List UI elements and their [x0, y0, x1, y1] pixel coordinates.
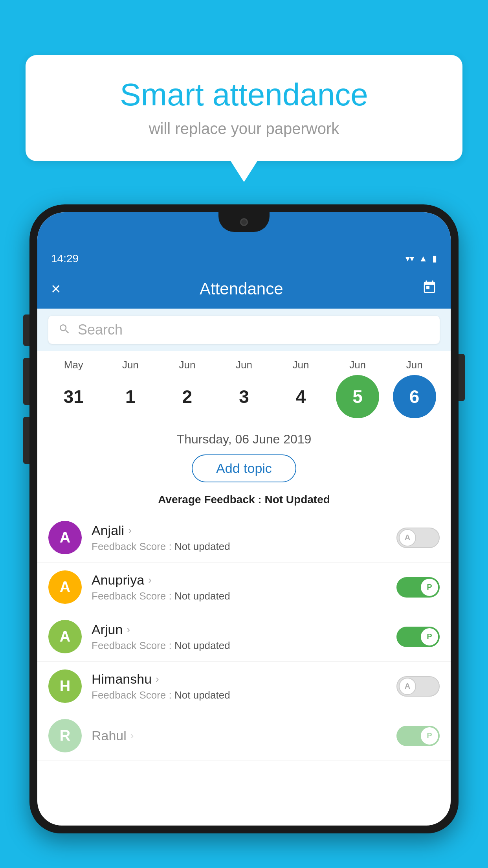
toggle-on[interactable]: P — [396, 627, 440, 647]
average-feedback: Average Feedback : Not Updated — [37, 490, 451, 513]
cal-date-6[interactable]: 6 — [393, 375, 436, 418]
date-label: Thursday, 06 June 2019 — [37, 424, 451, 451]
search-input-placeholder: Search — [78, 322, 123, 338]
status-time: 14:29 — [51, 252, 79, 265]
student-info: Anjali › Feedback Score : Not updated — [92, 523, 396, 553]
app-toolbar: × Attendance — [37, 269, 451, 309]
attendance-toggle[interactable]: P — [396, 627, 440, 647]
phone-silent-button[interactable] — [23, 417, 29, 464]
speech-bubble-subtitle: will replace your paperwork — [49, 120, 439, 138]
student-feedback: Feedback Score : Not updated — [92, 590, 396, 602]
chevron-right-icon: › — [130, 730, 134, 742]
speech-bubble-arrow — [230, 160, 258, 182]
close-button[interactable]: × — [51, 280, 61, 298]
calendar-row: May Jun Jun Jun Jun Jun Jun 31 1 2 3 4 5… — [37, 351, 451, 424]
speech-bubble-title: Smart attendance — [49, 77, 439, 113]
toolbar-title: Attendance — [73, 280, 410, 298]
attendance-toggle[interactable]: A — [396, 528, 440, 548]
cal-month-5: Jun — [332, 359, 383, 371]
chevron-right-icon: › — [148, 574, 152, 586]
cal-date-2[interactable]: 2 — [165, 375, 209, 418]
phone-screen: 14:29 ▾▾ ▲ ▮ × Attendance — [37, 212, 451, 826]
add-topic-container: Add topic — [37, 451, 451, 490]
cal-date-4[interactable]: 4 — [279, 375, 323, 418]
avatar: A — [48, 570, 82, 604]
search-bar[interactable]: Search — [48, 316, 440, 344]
cal-month-6: Jun — [389, 359, 440, 371]
toggle-off[interactable]: A — [396, 676, 440, 697]
search-container: Search — [37, 309, 451, 351]
toggle-on[interactable]: P — [396, 726, 440, 746]
student-info: Rahul › — [92, 728, 396, 743]
list-item: A Anupriya › Feedback Score : Not update… — [37, 563, 451, 612]
battery-icon: ▮ — [432, 254, 437, 264]
phone-volume-down-button[interactable] — [23, 358, 29, 405]
cal-date-3[interactable]: 3 — [222, 375, 266, 418]
notch — [218, 212, 270, 232]
status-bar: 14:29 ▾▾ ▲ ▮ — [37, 248, 451, 269]
avatar: R — [48, 719, 82, 752]
student-info: Anupriya › Feedback Score : Not updated — [92, 572, 396, 602]
feedback-value: Not Updated — [264, 493, 330, 506]
cal-month-0: May — [48, 359, 99, 371]
student-feedback: Feedback Score : Not updated — [92, 541, 396, 553]
calendar-icon[interactable] — [422, 280, 437, 298]
wifi-icon: ▾▾ — [405, 254, 414, 264]
cal-date-1[interactable]: 1 — [109, 375, 152, 418]
cal-date-0[interactable]: 31 — [52, 375, 95, 418]
attendance-toggle[interactable]: A — [396, 676, 440, 697]
avatar: A — [48, 620, 82, 653]
student-list: A Anjali › Feedback Score : Not updated … — [37, 513, 451, 761]
status-icons: ▾▾ ▲ ▮ — [405, 254, 437, 264]
cal-date-5[interactable]: 5 — [336, 375, 379, 418]
avatar: A — [48, 521, 82, 554]
student-info: Arjun › Feedback Score : Not updated — [92, 622, 396, 652]
list-item: A Arjun › Feedback Score : Not updated P — [37, 612, 451, 662]
chevron-right-icon: › — [127, 623, 130, 636]
phone-volume-up-button[interactable] — [23, 314, 29, 346]
student-name[interactable]: Anupriya › — [92, 572, 396, 588]
cal-month-2: Jun — [161, 359, 213, 371]
cal-month-1: Jun — [105, 359, 156, 371]
calendar-months: May Jun Jun Jun Jun Jun Jun — [45, 359, 443, 371]
student-name[interactable]: Himanshu › — [92, 671, 396, 687]
camera — [240, 218, 248, 226]
signal-icon: ▲ — [419, 254, 427, 264]
student-info: Himanshu › Feedback Score : Not updated — [92, 671, 396, 701]
speech-bubble: Smart attendance will replace your paper… — [26, 55, 462, 161]
attendance-toggle[interactable]: P — [396, 726, 440, 746]
student-feedback: Feedback Score : Not updated — [92, 640, 396, 652]
student-name[interactable]: Arjun › — [92, 622, 396, 637]
phone-container: 14:29 ▾▾ ▲ ▮ × Attendance — [29, 204, 459, 868]
notch-area — [37, 212, 451, 248]
chevron-right-icon: › — [128, 524, 132, 537]
student-name[interactable]: Rahul › — [92, 728, 396, 743]
phone-outer: 14:29 ▾▾ ▲ ▮ × Attendance — [29, 204, 459, 833]
list-item: H Himanshu › Feedback Score : Not update… — [37, 662, 451, 711]
phone-power-button[interactable] — [459, 354, 465, 401]
search-icon — [58, 323, 71, 337]
toggle-on[interactable]: P — [396, 577, 440, 598]
toggle-off[interactable]: A — [396, 528, 440, 548]
list-item: R Rahul › P — [37, 711, 451, 761]
cal-month-3: Jun — [218, 359, 270, 371]
list-item: A Anjali › Feedback Score : Not updated … — [37, 513, 451, 563]
cal-month-4: Jun — [275, 359, 327, 371]
calendar-dates: 31 1 2 3 4 5 6 — [45, 373, 443, 420]
student-name[interactable]: Anjali › — [92, 523, 396, 538]
add-topic-button[interactable]: Add topic — [192, 454, 296, 482]
avatar: H — [48, 669, 82, 703]
speech-bubble-container: Smart attendance will replace your paper… — [26, 55, 462, 182]
student-feedback: Feedback Score : Not updated — [92, 689, 396, 701]
attendance-toggle[interactable]: P — [396, 577, 440, 598]
chevron-right-icon: › — [156, 673, 159, 685]
